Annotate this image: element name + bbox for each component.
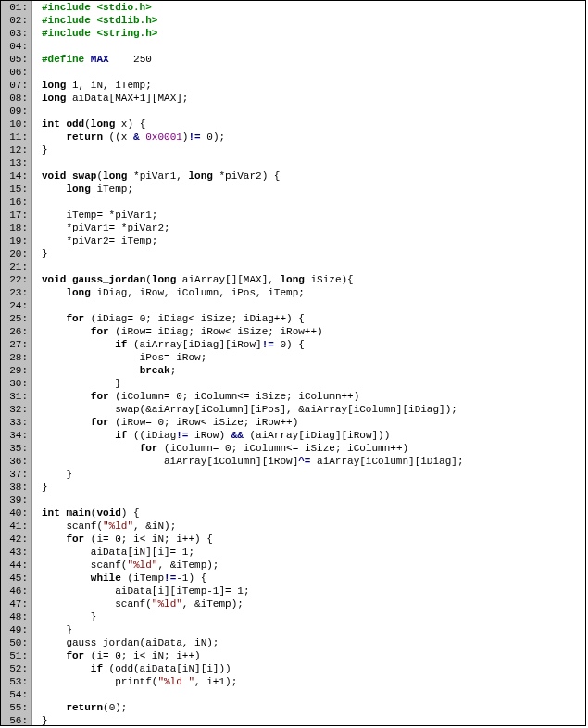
line-number-gutter: 01:02:03:04:05:06:07:08:09:10:11:12:13:1…: [1, 1, 32, 725]
code-line: for (iDiag= 0; iDiag< iSize; iDiag++) {: [42, 312, 585, 325]
line-number: 01:: [1, 1, 28, 14]
line-number: 47:: [1, 597, 28, 610]
line-number: 04:: [1, 40, 28, 53]
code-line: aiData[iN][i]= 1;: [42, 546, 585, 559]
line-number: 12:: [1, 144, 28, 157]
line-number: 54:: [1, 688, 28, 701]
line-number: 18:: [1, 221, 28, 234]
code-line: }: [42, 714, 585, 726]
line-number: 11:: [1, 131, 28, 144]
line-number: 32:: [1, 403, 28, 416]
code-line: swap(&aiArray[iColumn][iPos], &aiArray[i…: [42, 403, 585, 416]
line-number: 14:: [1, 169, 28, 182]
code-line: }: [42, 144, 585, 157]
line-number: 42:: [1, 533, 28, 546]
code-line: #include <stdio.h>: [42, 1, 585, 14]
code-line: for (iRow= iDiag; iRow< iSize; iRow++): [42, 325, 585, 338]
code-line: }: [42, 377, 585, 390]
code-line: gauss_jordan(aiData, iN);: [42, 636, 585, 649]
code-line: [42, 688, 585, 701]
line-number: 23:: [1, 286, 28, 299]
code-line: }: [42, 247, 585, 260]
line-number: 03:: [1, 27, 28, 40]
line-number: 41:: [1, 520, 28, 533]
line-number: 30:: [1, 377, 28, 390]
code-line: return(0);: [42, 701, 585, 714]
code-line: #include <stdlib.h>: [42, 14, 585, 27]
code-line: while (iTemp!=-1) {: [42, 571, 585, 584]
line-number: 44:: [1, 559, 28, 571]
line-number: 09:: [1, 105, 28, 118]
code-line: iPos= iRow;: [42, 351, 585, 364]
code-line: aiArray[iColumn][iRow]^= aiArray[iColumn…: [42, 455, 585, 468]
code-line: for (i= 0; i< iN; i++) {: [42, 533, 585, 546]
code-line: if (odd(aiData[iN][i])): [42, 662, 585, 675]
line-number: 19:: [1, 234, 28, 247]
code-line: return ((x & 0x0001)!= 0);: [42, 131, 585, 144]
line-number: 56:: [1, 714, 28, 726]
line-number: 13:: [1, 157, 28, 169]
code-line: [42, 105, 585, 118]
code-line: *piVar1= *piVar2;: [42, 221, 585, 234]
line-number: 46:: [1, 584, 28, 597]
code-line: long iTemp;: [42, 182, 585, 195]
code-line: }: [42, 623, 585, 636]
code-line: }: [42, 468, 585, 481]
line-number: 49:: [1, 623, 28, 636]
line-number: 07:: [1, 79, 28, 92]
code-line: if (aiArray[iDiag][iRow]!= 0) {: [42, 338, 585, 351]
code-line: *piVar2= iTemp;: [42, 234, 585, 247]
code-line: for (iRow= 0; iRow< iSize; iRow++): [42, 416, 585, 429]
line-number: 02:: [1, 14, 28, 27]
line-number: 37:: [1, 468, 28, 481]
code-line: long iDiag, iRow, iColumn, iPos, iTemp;: [42, 286, 585, 299]
code-area: #include <stdio.h>#include <stdlib.h>#in…: [32, 1, 585, 725]
line-number: 05:: [1, 53, 28, 66]
code-line: [42, 66, 585, 79]
code-line: [42, 40, 585, 53]
line-number: 51:: [1, 649, 28, 662]
code-line: printf("%ld ", i+1);: [42, 675, 585, 688]
code-line: int odd(long x) {: [42, 118, 585, 131]
code-line: [42, 260, 585, 273]
line-number: 16:: [1, 195, 28, 208]
line-number: 34:: [1, 429, 28, 442]
line-number: 20:: [1, 247, 28, 260]
line-number: 08:: [1, 92, 28, 105]
line-number: 17:: [1, 208, 28, 221]
line-number: 28:: [1, 351, 28, 364]
code-line: [42, 299, 585, 312]
line-number: 35:: [1, 442, 28, 455]
code-viewer: 01:02:03:04:05:06:07:08:09:10:11:12:13:1…: [0, 0, 586, 726]
code-line: aiData[i][iTemp-1]= 1;: [42, 584, 585, 597]
code-line: void gauss_jordan(long aiArray[][MAX], l…: [42, 273, 585, 286]
code-line: for (i= 0; i< iN; i++): [42, 649, 585, 662]
line-number: 40:: [1, 507, 28, 520]
code-line: scanf("%ld", &iTemp);: [42, 559, 585, 571]
code-line: void swap(long *piVar1, long *piVar2) {: [42, 169, 585, 182]
code-line: if ((iDiag!= iRow) && (aiArray[iDiag][iR…: [42, 429, 585, 442]
line-number: 15:: [1, 182, 28, 195]
line-number: 52:: [1, 662, 28, 675]
code-line: #include <string.h>: [42, 27, 585, 40]
line-number: 21:: [1, 260, 28, 273]
line-number: 43:: [1, 546, 28, 559]
line-number: 38:: [1, 481, 28, 494]
line-number: 53:: [1, 675, 28, 688]
line-number: 48:: [1, 610, 28, 623]
line-number: 39:: [1, 494, 28, 507]
line-number: 27:: [1, 338, 28, 351]
code-line: for (iColumn= 0; iColumn<= iSize; iColum…: [42, 442, 585, 455]
line-number: 25:: [1, 312, 28, 325]
line-number: 24:: [1, 299, 28, 312]
line-number: 33:: [1, 416, 28, 429]
line-number: 50:: [1, 636, 28, 649]
code-line: break;: [42, 364, 585, 377]
code-line: [42, 157, 585, 169]
code-line: }: [42, 610, 585, 623]
line-number: 06:: [1, 66, 28, 79]
code-line: int main(void) {: [42, 507, 585, 520]
code-line: scanf("%ld", &iN);: [42, 520, 585, 533]
line-number: 55:: [1, 701, 28, 714]
code-line: [42, 494, 585, 507]
